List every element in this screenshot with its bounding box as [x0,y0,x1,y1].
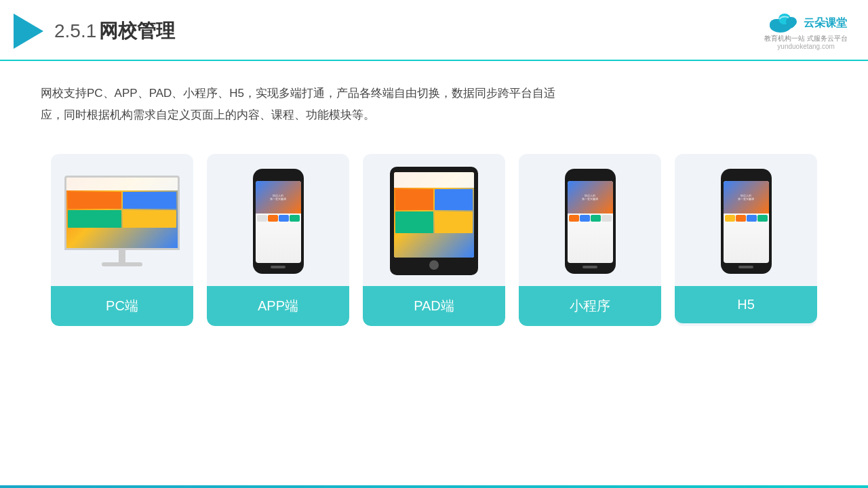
card-h5-image: 职达人的第一堂兴趣课 [675,154,817,286]
logo-url: yunduoketang.com [777,43,835,50]
card-miniapp: 职达人的第一堂兴趣课 小程序 [519,154,661,326]
phone-home-button-2 [583,266,597,268]
card-app: 职达人的第一堂兴趣课 APP端 [207,154,349,326]
logo-subtitle: 教育机构一站 式服务云平台 [764,34,848,43]
card-pc: PC端 [51,154,193,326]
monitor-mockup [63,176,182,266]
title-text: 网校管理 [99,20,175,41]
card-pad-image [363,154,505,286]
card-miniapp-image: 职达人的第一堂兴趣课 [519,154,661,286]
card-miniapp-label: 小程序 [519,286,661,326]
bottom-border [0,485,868,488]
phone-mockup-h5: 职达人的第一堂兴趣课 [721,169,772,274]
phone-home-button [271,266,285,268]
header-left: 2.5.1网校管理 [14,14,175,49]
phone-notch [270,174,286,178]
miniapp-screen: 职达人的第一堂兴趣课 [568,181,613,263]
phone-mockup-miniapp: 职达人的第一堂兴趣课 [565,169,616,274]
pad-screen-content [394,172,474,258]
pc-screen-content [66,178,178,248]
page-header: 2.5.1网校管理 云朵课堂 教育机构一站 式服务云平台 yunduoketan… [0,0,868,61]
description-paragraph: 网校支持PC、APP、PAD、小程序、H5，实现多端打通，产品各终端自由切换，数… [41,83,570,127]
app-screen-content: 职达人的第一堂兴趣课 [256,181,301,263]
card-app-label: APP端 [207,286,349,326]
card-pc-image [51,154,193,286]
card-pc-label: PC端 [51,286,193,326]
tablet-mockup [390,167,478,275]
logo-area: 云朵课堂 教育机构一站 式服务云平台 yunduoketang.com [764,12,848,50]
card-app-image: 职达人的第一堂兴趣课 [207,154,349,286]
svg-point-4 [786,17,797,26]
page-title: 2.5.1网校管理 [54,18,175,44]
phone-notch-3 [738,174,754,178]
phone-screen: 职达人的第一堂兴趣课 [256,181,301,263]
card-pad-label: PAD端 [363,286,505,326]
h5-screen-content: 职达人的第一堂兴趣课 [724,181,769,263]
phone-mockup-app: 职达人的第一堂兴趣课 [253,169,304,274]
miniapp-screen-content: 职达人的第一堂兴趣课 [568,181,613,263]
cards-container: PC端 职达人的第一堂兴趣课 [0,134,868,340]
logo-text: 云朵课堂 [804,16,847,30]
play-icon [14,14,43,49]
phone-notch-2 [582,174,598,178]
card-h5-label: H5 [675,286,817,323]
monitor-stand [119,250,125,262]
card-h5: 职达人的第一堂兴趣课 H5 [675,154,817,326]
description-text: 网校支持PC、APP、PAD、小程序、H5，实现多端打通，产品各终端自由切换，数… [0,61,610,134]
monitor-base [102,262,142,266]
tablet-screen [394,172,474,258]
card-pad: PAD端 [363,154,505,326]
title-number: 2.5.1 [54,20,96,41]
h5-screen: 职达人的第一堂兴趣课 [724,181,769,263]
tablet-home-button [429,260,439,270]
phone-home-button-3 [738,266,753,268]
cloud-icon [766,12,801,34]
monitor-screen [64,176,180,250]
logo-icon: 云朵课堂 [766,12,847,34]
